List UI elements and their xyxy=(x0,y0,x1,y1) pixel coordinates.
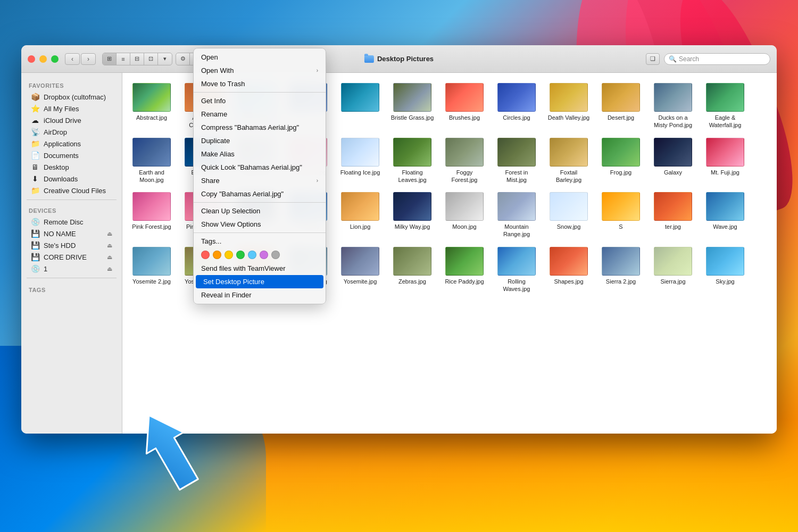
file-name-galaxy: Galaxy xyxy=(664,169,682,176)
column-view-button[interactable]: ⊟ xyxy=(130,53,144,65)
ctx-item-move-trash[interactable]: Move to Trash xyxy=(194,77,326,90)
gallery-view-button[interactable]: ⊡ xyxy=(144,53,158,65)
sidebar-item-creative-cloud[interactable]: 📁 Creative Cloud Files xyxy=(23,185,120,196)
ctx-item-reveal[interactable]: Reveal in Finder xyxy=(194,288,326,302)
file-item-snow[interactable]: Snow.jpg xyxy=(545,190,593,240)
file-item-sun[interactable]: S xyxy=(597,190,645,240)
ctx-item-clean-up[interactable]: Clean Up Selection xyxy=(194,204,326,218)
file-item-wave[interactable]: Wave.jpg xyxy=(701,190,749,240)
dropbox-button[interactable]: ❏ xyxy=(646,53,660,65)
disk1-eject[interactable]: ⏏ xyxy=(107,265,112,272)
file-item-sierra2[interactable]: Sierra 2.jpg xyxy=(597,245,645,295)
file-item-floatingice[interactable]: Floating Ice.jpg xyxy=(336,136,384,186)
ctx-tag-dot-1[interactable] xyxy=(213,251,221,259)
file-item-yosemite[interactable]: Yosemite.jpg xyxy=(336,245,384,295)
gear-button[interactable]: ⚙ xyxy=(176,53,190,65)
sidebar-item-downloads[interactable]: ⬇ Downloads xyxy=(23,173,120,185)
ctx-tag-dot-5[interactable] xyxy=(260,251,268,259)
ctx-item-tags[interactable]: Tags... xyxy=(194,235,326,248)
file-item-pinkforest[interactable]: Pink Forest.jpg xyxy=(128,190,176,240)
ctx-tag-dot-0[interactable] xyxy=(201,251,210,259)
file-item-shapes[interactable]: Shapes.jpg xyxy=(545,245,593,295)
file-item-zebras[interactable]: Zebras.jpg xyxy=(388,245,436,295)
ctx-item-copy[interactable]: Copy "Bahamas Aerial.jpg" xyxy=(194,187,326,201)
file-item-sky[interactable]: Sky.jpg xyxy=(701,245,749,295)
file-item-deathvalley[interactable]: Death Valley.jpg xyxy=(545,81,593,131)
maximize-button[interactable] xyxy=(51,55,59,63)
file-item-fuji[interactable]: Mt. Fuji.jpg xyxy=(701,136,749,186)
devices-label: Devices xyxy=(21,203,122,216)
search-bar[interactable]: 🔍 Search xyxy=(664,53,770,65)
file-item-desert[interactable]: Desert.jpg xyxy=(597,81,645,131)
ctx-item-teamviewer[interactable]: Send files with TeamViewer xyxy=(194,262,326,275)
sidebar-item-no-name[interactable]: 💾 NO NAME ⏏ xyxy=(23,228,120,239)
stes-hdd-eject[interactable]: ⏏ xyxy=(107,242,112,249)
ctx-item-duplicate[interactable]: Duplicate xyxy=(194,134,326,147)
file-item-moon[interactable]: Moon.jpg xyxy=(440,190,488,240)
sidebar-item-documents[interactable]: 📄 Documents xyxy=(23,149,120,161)
file-item-galaxy[interactable]: Galaxy xyxy=(649,136,697,186)
file-thumb-wave xyxy=(706,192,744,221)
forward-button[interactable]: › xyxy=(81,53,96,65)
file-item-brushes[interactable]: Brushes.jpg xyxy=(440,81,488,131)
sidebar-item-disk1[interactable]: 💿 1 ⏏ xyxy=(23,263,120,275)
file-item-mountain[interactable]: Mountain Range.jpg xyxy=(493,190,541,240)
file-item-circles[interactable]: Circles.jpg xyxy=(493,81,541,131)
sidebar-item-stes-hdd[interactable]: 💾 Ste's HDD ⏏ xyxy=(23,239,120,251)
ctx-tag-dot-3[interactable] xyxy=(236,251,245,259)
ctx-item-get-info[interactable]: Get Info xyxy=(194,94,326,107)
finder-window: ‹ › ⊞ ≡ ⊟ ⊡ ▾ ⚙ ▾ ↑ ◉ Desktop Pictures ❏ xyxy=(21,45,777,434)
file-item-water[interactable] xyxy=(336,81,384,131)
file-item-abstract[interactable]: Abstract.jpg xyxy=(128,81,176,131)
core-drive-eject[interactable]: ⏏ xyxy=(107,254,112,261)
airdrop-icon: 📡 xyxy=(31,128,39,136)
ctx-item-quick-look[interactable]: Quick Look "Bahamas Aerial.jpg" xyxy=(194,161,326,174)
ctx-tag-dot-4[interactable] xyxy=(248,251,256,259)
ctx-item-open-with[interactable]: Open With› xyxy=(194,64,326,77)
ctx-tag-dot-6[interactable] xyxy=(271,251,280,259)
icon-view-button[interactable]: ⊞ xyxy=(103,53,117,65)
sidebar-item-remote-disc[interactable]: 💿 Remote Disc xyxy=(23,216,120,228)
sidebar-item-desktop[interactable]: 🖥 Desktop xyxy=(23,161,120,173)
file-item-frog[interactable]: Frog.jpg xyxy=(597,136,645,186)
file-item-foxtail[interactable]: Foxtail Barley.jpg xyxy=(545,136,593,186)
file-item-sierra[interactable]: Sierra.jpg xyxy=(649,245,697,295)
file-item-earth[interactable]: Earth and Moon.jpg xyxy=(128,136,176,186)
file-thumb-foxtail xyxy=(550,138,588,167)
file-thumb-yosemite2 xyxy=(132,247,171,276)
sidebar-item-airdrop[interactable]: 📡 AirDrop xyxy=(23,126,120,138)
file-item-foggyforest[interactable]: Foggy Forest.jpg xyxy=(440,136,488,186)
file-item-yosemite2[interactable]: Yosemite 2.jpg xyxy=(128,245,176,295)
sidebar-item-applications[interactable]: 📁 Applications xyxy=(23,138,120,149)
view-dropdown-button[interactable]: ▾ xyxy=(158,53,172,65)
minimize-button[interactable] xyxy=(39,55,47,63)
ctx-item-open[interactable]: Open xyxy=(194,51,326,64)
file-item-rollingwaves[interactable]: Rolling Waves.jpg xyxy=(493,245,541,295)
ctx-label-reveal: Reveal in Finder xyxy=(201,291,252,299)
file-item-bristle[interactable]: Bristle Grass.jpg xyxy=(388,81,436,131)
sidebar-item-icloud[interactable]: ☁ iCloud Drive xyxy=(23,114,120,126)
sidebar-item-core-drive[interactable]: 💾 CORE DRIVE ⏏ xyxy=(23,251,120,263)
ctx-item-rename[interactable]: Rename xyxy=(194,107,326,121)
file-item-forestmist[interactable]: Forest in Mist.jpg xyxy=(493,136,541,186)
file-item-ricepaddy[interactable]: Rice Paddy.jpg xyxy=(440,245,488,295)
ctx-item-compress[interactable]: Compress "Bahamas Aerial.jpg" xyxy=(194,121,326,134)
ctx-item-make-alias[interactable]: Make Alias xyxy=(194,147,326,161)
ctx-item-set-desktop[interactable]: Set Desktop Picture xyxy=(196,275,323,288)
file-item-eagle[interactable]: Eagle & Waterfall.jpg xyxy=(701,81,749,131)
ctx-label-open-with: Open With xyxy=(201,66,234,74)
file-item-sunset[interactable]: ter.jpg xyxy=(649,190,697,240)
sidebar-item-dropbox[interactable]: 📦 Dropbox (cultofmac) xyxy=(23,91,120,103)
sidebar-item-all-files[interactable]: ⭐ All My Files xyxy=(23,103,120,114)
list-view-button[interactable]: ≡ xyxy=(117,53,130,65)
ctx-tag-dot-2[interactable] xyxy=(225,251,233,259)
file-item-lion[interactable]: Lion.jpg xyxy=(336,190,384,240)
no-name-eject[interactable]: ⏏ xyxy=(107,230,112,237)
file-item-floatingleaves[interactable]: Floating Leaves.jpg xyxy=(388,136,436,186)
ctx-item-show-view[interactable]: Show View Options xyxy=(194,218,326,231)
file-item-ducks[interactable]: Ducks on a Misty Pond.jpg xyxy=(649,81,697,131)
close-button[interactable] xyxy=(28,55,35,63)
ctx-item-share[interactable]: Share› xyxy=(194,174,326,187)
back-button[interactable]: ‹ xyxy=(65,53,80,65)
file-item-milkyway[interactable]: Milky Way.jpg xyxy=(388,190,436,240)
